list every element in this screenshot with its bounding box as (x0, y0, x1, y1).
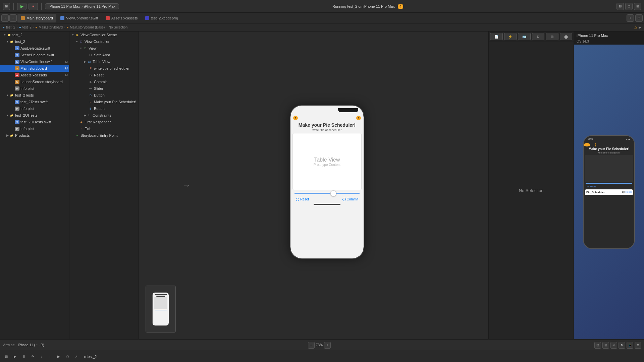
outline-item-vc[interactable]: ▾ □ View Controller (69, 38, 139, 45)
sidebar-item-launchscreen[interactable]: S LaunchScreen.storyboard (0, 78, 69, 85)
outline-item-scene[interactable]: ▾ ◉ View Controller Scene (69, 32, 139, 38)
insp-size-btn[interactable]: ⊞ (546, 33, 558, 40)
minimap-screen (153, 293, 169, 325)
sidebar-item-test2uitests-swift[interactable]: S test_2UITests.swift (0, 119, 69, 125)
outline-item-button2[interactable]: B Button (69, 105, 139, 112)
sidebar-item-viewcontroller[interactable]: S ViewController.swift M (0, 58, 69, 65)
outline-item-slider[interactable]: — Slider (69, 85, 139, 92)
insp-quick-btn[interactable]: ⚡ (504, 33, 517, 40)
bc-warning-icon[interactable]: ⚠ (634, 25, 637, 29)
bc-part1[interactable]: test_2 (6, 25, 15, 29)
sidebar-item-appdelegate[interactable]: S AppDelegate.swift (0, 45, 69, 52)
insp-connection-btn[interactable]: ⬤ (560, 33, 573, 40)
sidebar-item-assets[interactable]: A Assets.xcassets M (0, 72, 69, 78)
tab-main-storyboard[interactable]: Main.storyboard (17, 14, 56, 22)
outline-item-make-pie[interactable]: L Make your Pie Scheduler! (69, 99, 139, 105)
sidebar-item-products[interactable]: ▶ 📁 Products (0, 132, 69, 139)
back-button[interactable]: ‹ (1, 14, 9, 22)
bc-part4[interactable]: Main.storyboard (Base) (70, 25, 105, 29)
canvas-refresh-btn[interactable]: ↻ (619, 342, 625, 349)
forward-button[interactable]: › (9, 14, 17, 22)
sidebar-item-scenedelegate[interactable]: S SceneDelegate.swift (0, 52, 69, 58)
bc-part2[interactable]: test_2 (22, 25, 32, 29)
constraints-expand-icon: ▶ (83, 114, 87, 117)
debug-share-btn[interactable]: ↗ (72, 353, 80, 360)
sidebar-item-test2[interactable]: ▾ 📁 test_2 (0, 38, 69, 45)
outline-item-reset[interactable]: B Reset (69, 72, 139, 78)
outline-item-entry-point[interactable]: → Storyboard Entry Point (69, 132, 139, 139)
phone-home-indicator (314, 204, 340, 205)
sidebar-item-test2tests[interactable]: ▾ 📁 test_2Tests (0, 92, 69, 99)
tab-xcodeproj[interactable]: test_2.xcodeproj (142, 14, 181, 22)
slider-track[interactable] (294, 193, 360, 194)
reset-button[interactable]: Reset (296, 197, 309, 201)
view-as-value[interactable]: iPhone 11 (⌃ · R) (18, 343, 44, 347)
sidebar-label-viewcontroller: ViewController.swift (20, 60, 53, 64)
outline-item-view[interactable]: ▾ □ View (69, 45, 139, 52)
sidebar-item-test2uitests[interactable]: ▾ 📁 test_2UITests (0, 112, 69, 119)
outline-item-first-responder[interactable]: ◈ First Responder (69, 119, 139, 125)
sidebar-item-test2-root[interactable]: ▾ 📁 test_2 (0, 32, 69, 38)
zoom-out-button[interactable]: − (308, 342, 315, 349)
editor-toggle[interactable]: ⊟ (616, 3, 624, 10)
insp-identity-btn[interactable]: 🪪 (518, 33, 531, 40)
tab-viewcontroller-swift[interactable]: ViewController.swift (57, 14, 102, 22)
debug-pause-btn[interactable]: ⏸ (20, 353, 28, 360)
insp-file-btn[interactable]: 📄 (490, 33, 503, 40)
debug-step-out-btn[interactable]: ↑ (46, 353, 54, 360)
outline-item-safearea[interactable]: ⊡ Safe Area (69, 52, 139, 58)
sidebar-item-main-storyboard[interactable]: S Main.storyboard M (0, 65, 69, 72)
debug-breakpoints-btn[interactable]: ⬡ (64, 353, 71, 360)
run-button[interactable]: ▶ (17, 3, 26, 10)
stop-button[interactable]: ■ (29, 3, 38, 10)
debug-hide-btn[interactable]: ⊟ (3, 353, 10, 360)
slider-thumb[interactable] (330, 190, 336, 196)
tableview-icon: ▤ (87, 60, 92, 64)
warning-badge[interactable]: 4 (398, 4, 403, 9)
insp-attr-btn[interactable]: ⚙ (532, 33, 545, 40)
debug-step-into-btn[interactable]: ↓ (38, 353, 45, 360)
canvas-options-btn[interactable]: ⊡ (594, 342, 601, 349)
sidebar-item-infoplist2[interactable]: P Info.plist (0, 105, 69, 112)
inspector-toolbar: 📄 ⚡ 🪪 ⚙ ⊞ ⬤ (489, 32, 574, 42)
outline-item-tableview[interactable]: ▶ ▤ Table View (69, 58, 139, 65)
bc-nav-icon[interactable]: ▶ (639, 25, 641, 29)
outline-item-button1[interactable]: B Button (69, 92, 139, 99)
scheme-selector[interactable]: iPhone 11 Pro Max › iPhone 11 Pro Max (45, 3, 119, 9)
canvas-device-btn[interactable]: 📱 (627, 342, 633, 349)
tab-assets[interactable]: Assets.xcassets (102, 14, 141, 22)
canvas-fit-btn[interactable]: ⊞ (602, 342, 609, 349)
sidebar-item-test2tests-swift[interactable]: S test_2Tests.swift (0, 99, 69, 105)
debug-continue-btn[interactable]: ▶ (55, 353, 62, 360)
canvas[interactable]: → ! ! Make your Pie Scheduler! write tit… (139, 32, 488, 339)
canvas-add-btn[interactable]: ⊕ (635, 342, 641, 349)
sidebar-item-infoplist[interactable]: P Info.plist (0, 85, 69, 92)
canvas-reset-btn[interactable]: ↩ (610, 342, 617, 349)
preview-content-area (585, 155, 633, 182)
sidebar-toggle-button[interactable]: ⊞ (3, 3, 10, 10)
bc-part3[interactable]: Main.storyboard (39, 25, 63, 29)
bc-part5[interactable]: No Selection (109, 25, 128, 29)
debug-step-over-btn[interactable]: ↷ (29, 353, 36, 360)
outline-item-exit[interactable]: → Exit (69, 125, 139, 132)
swift-icon2: S (15, 53, 19, 57)
view-toggle[interactable]: ⊡ (625, 3, 633, 10)
tv-expand-icon: ▶ (83, 60, 87, 63)
outline-item-commit[interactable]: B Commit (69, 78, 139, 85)
add-tab-button[interactable]: + (627, 14, 634, 22)
outline-item-write-title[interactable]: F write title of scheduler (69, 65, 139, 72)
folder-icon2: 📁 (9, 40, 14, 44)
zoom-in-button[interactable]: + (324, 342, 331, 349)
xcassets-icon: A (15, 73, 19, 77)
phone-slider[interactable] (290, 190, 364, 197)
commit-button[interactable]: Commit (342, 197, 358, 201)
debug-run-btn[interactable]: ▶ (11, 353, 19, 360)
layout-button[interactable]: ⊡ (635, 14, 643, 22)
right-panel-toggle[interactable]: ⊞ (634, 3, 641, 10)
sidebar-label-test2-root: test_2 (12, 33, 22, 37)
outline-item-constraints[interactable]: ▶ ⊢ Constraints (69, 112, 139, 119)
sidebar-item-infoplist3[interactable]: P Info.plist (0, 125, 69, 132)
sidebar-label-infoplist: Info.plist (20, 86, 34, 90)
bc-folder-icon: ● (3, 25, 5, 29)
tab-bar: ‹ › Main.storyboard ViewController.swift… (0, 13, 644, 23)
